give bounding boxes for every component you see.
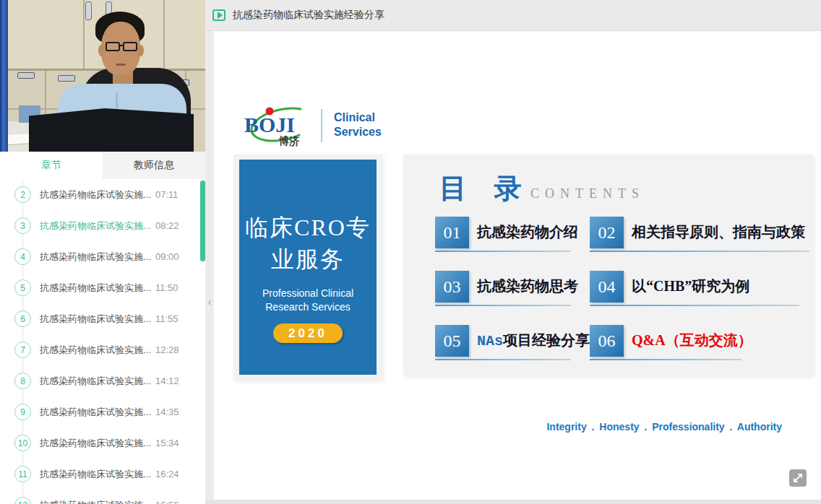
fullscreen-button[interactable]: [789, 469, 807, 487]
toc-number-box: 01: [435, 217, 469, 248]
chapter-title: 抗感染药物临床试验实施...: [40, 251, 154, 264]
sidebar: 章节 教师信息 2 抗感染药物临床试验实施... 07:11 3 抗感染药物临床…: [0, 0, 205, 504]
toc-number-box: 03: [435, 271, 469, 303]
chapter-item[interactable]: 4 抗感染药物临床试验实施... 09:00: [0, 241, 205, 272]
toc-label: 抗感染药物思考: [477, 277, 578, 296]
chapter-number-badge: 6: [14, 310, 31, 327]
chapter-duration: 12:28: [155, 344, 179, 355]
toc-item: 04 以“CHB”研究为例: [590, 271, 792, 307]
chapter-number-badge: 3: [14, 217, 31, 234]
toc-item: 06 Q&A（互动交流）: [590, 325, 792, 361]
chapter-item[interactable]: 9 抗感染药物临床试验实施... 14:35: [0, 396, 205, 427]
toc-underline: [435, 359, 571, 360]
chapter-duration: 11:50: [155, 282, 179, 293]
play-icon: [212, 9, 225, 21]
glasses-bridge: [119, 45, 124, 46]
tab-chapters[interactable]: 章节: [0, 152, 103, 179]
boji-cn-text: 博济: [278, 135, 300, 147]
chapter-duration: 09:00: [155, 251, 179, 262]
boji-logo-mark: BOJI 博济: [238, 103, 319, 148]
chapter-title: 抗感染药物临床试验实施...: [40, 406, 154, 419]
chapter-duration: 16:56: [155, 500, 179, 504]
logo-divider: [321, 109, 322, 142]
chapter-title: 抗感染药物临床试验实施...: [40, 499, 154, 504]
cabinet-seam: [83, 0, 85, 69]
chapter-number-badge: 10: [14, 435, 31, 451]
chapter-number-badge: 9: [14, 404, 31, 420]
chapter-number-badge: 7: [14, 342, 31, 358]
chapter-item[interactable]: 5 抗感染药物临床试验实施... 11:50: [0, 272, 205, 303]
course-player-screen: 章节 教师信息 2 抗感染药物临床试验实施... 07:11 3 抗感染药物临床…: [0, 0, 821, 504]
toc-underline: [435, 251, 571, 252]
toc-label: 抗感染药物介绍: [477, 222, 578, 242]
cabinet-seam: [163, 0, 165, 69]
toc-number-box: 06: [590, 325, 624, 357]
glasses: [106, 42, 120, 51]
chapter-duration: 14:35: [155, 407, 179, 417]
chapter-duration: 08:22: [155, 220, 179, 231]
cabinet-handle: [85, 1, 92, 20]
instructor-ear: [98, 45, 105, 56]
chapter-duration: 07:11: [155, 189, 179, 200]
instructor-video[interactable]: [0, 0, 205, 152]
toc-underline: [590, 305, 799, 306]
chapter-item[interactable]: 10 抗感染药物临床试验实施... 15:34: [0, 427, 205, 459]
chapter-title: 抗感染药物临床试验实施...: [40, 437, 154, 450]
toc-heading: 目 录 CONTENTS: [439, 170, 645, 207]
toc-label: 相关指导原则、指南与政策: [632, 222, 805, 242]
player-bottom-strip: [205, 500, 821, 504]
boji-logo: BOJI 博济 Clinical Services: [238, 103, 434, 148]
topbar: 抗感染药物临床试验实施经验分享: [205, 0, 821, 31]
toc-item: 02 相关指导原则、指南与政策: [590, 217, 792, 253]
toc-number-box: 04: [590, 271, 624, 303]
chapter-duration: 14:12: [155, 375, 179, 386]
toc-label: NAs项目经验分享: [477, 331, 590, 350]
glasses: [123, 42, 137, 51]
chapter-number-badge: 5: [14, 279, 31, 296]
chapter-item[interactable]: 11 抗感染药物临床试验实施... 16:24: [0, 459, 205, 490]
chapter-title: 抗感染药物临床试验实施...: [40, 344, 154, 357]
chapter-title: 抗感染药物临床试验实施...: [40, 313, 154, 326]
chapter-item[interactable]: 2 抗感染药物临床试验实施... 07:11: [0, 179, 205, 210]
toc-underline: [590, 251, 809, 252]
slide-book-cover: 临床CRO专 业服务 Professional Clinical Researc…: [239, 160, 377, 375]
year-badge: 2020: [273, 323, 343, 343]
tab-teacher-info[interactable]: 教师信息: [103, 152, 205, 179]
chapter-duration: 16:24: [155, 469, 179, 479]
svg-text:BOJI: BOJI: [244, 113, 295, 136]
expand-arrows-icon: [793, 473, 803, 483]
book-subtitle: Professional Clinical Research Services: [239, 287, 377, 314]
toc-heading-en: CONTENTS: [530, 186, 645, 201]
chapter-scrollbar-thumb[interactable]: [200, 181, 205, 261]
chapter-item[interactable]: 3 抗感染药物临床试验实施... 08:22: [0, 210, 205, 241]
collapse-sidebar-icon[interactable]: ‹: [205, 295, 214, 308]
instructor-ear: [137, 45, 144, 56]
chapter-title: 抗感染药物临床试验实施...: [40, 468, 154, 481]
book-title: 临床CRO专 业服务: [239, 212, 377, 275]
toc-label: Q&A（互动交流）: [632, 331, 752, 350]
chapter-list: 2 抗感染药物临床试验实施... 07:11 3 抗感染药物临床试验实施... …: [0, 179, 205, 504]
chapter-item[interactable]: 6 抗感染药物临床试验实施... 11:55: [0, 303, 205, 334]
chapter-item[interactable]: 8 抗感染药物临床试验实施... 14:12: [0, 365, 205, 396]
toc-heading-cn: 目 录: [439, 173, 532, 204]
toc-number-box: 05: [435, 325, 469, 357]
chapter-item[interactable]: 7 抗感染药物临床试验实施... 12:28: [0, 334, 205, 365]
sidebar-tabs: 章节 教师信息: [0, 152, 205, 179]
chapter-duration: 15:34: [155, 438, 179, 448]
chapter-item[interactable]: 12 抗感染药物临床试验实施... 16:56: [0, 490, 205, 504]
toc-number-box: 02: [590, 217, 624, 248]
chapter-title: 抗感染药物临床试验实施...: [40, 220, 154, 233]
chapter-number-badge: 4: [14, 248, 31, 265]
chapter-number-badge: 8: [14, 373, 31, 389]
chapter-number-badge: 11: [14, 466, 31, 482]
instructor-mouth: [116, 64, 126, 66]
toc-underline: [435, 305, 571, 306]
toc-underline: [590, 359, 742, 360]
chapter-title: 抗感染药物临床试验实施...: [40, 282, 154, 295]
slide-motto: Integrity . Honesty . Professionality . …: [403, 421, 782, 433]
wall-edge: [0, 0, 8, 152]
chapter-title: 抗感染药物临床试验实施...: [40, 375, 154, 388]
cabinet-handle: [58, 75, 75, 82]
chapter-number-badge: 12: [14, 497, 31, 504]
sidebar-gutter: ‹: [205, 31, 214, 500]
